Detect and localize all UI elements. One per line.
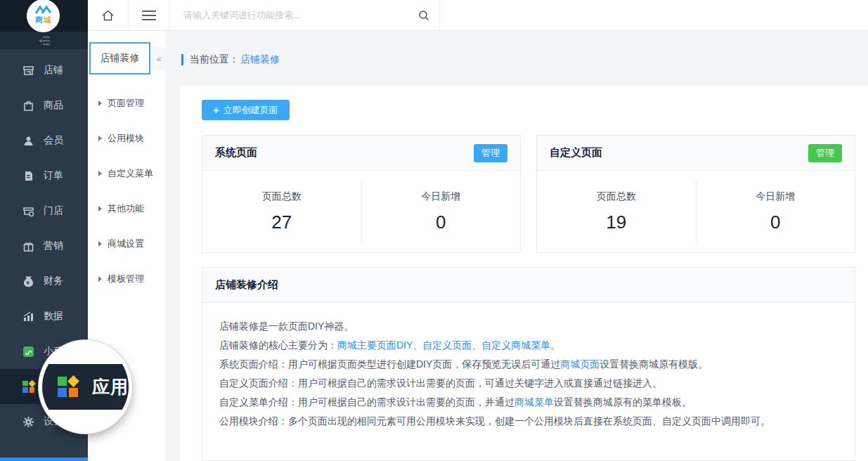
double-chevron-left-icon: « bbox=[156, 53, 161, 64]
function-search bbox=[169, 0, 439, 30]
create-page-button[interactable]: + 立即创建页面 bbox=[202, 100, 290, 120]
settings-icon bbox=[22, 416, 34, 428]
intro-line: 系统页面介绍：用户可根据页面类型进行创建DIY页面，保存预览无误后可通过商城页面… bbox=[219, 357, 838, 371]
submenu-item-mall-settings[interactable]: 商城设置 bbox=[88, 226, 165, 261]
intro-line: 店铺装修的核心主要分为：商城主要页面DIY、自定义页面、自定义商城菜单。 bbox=[219, 338, 838, 352]
magnifier-overlay: 应用 bbox=[39, 340, 132, 434]
svg-text:商: 商 bbox=[34, 15, 43, 24]
sidebar-item-data[interactable]: 数据 bbox=[0, 299, 88, 334]
module-tab-shop-decoration[interactable]: 店铺装修 bbox=[89, 42, 150, 74]
search-input[interactable] bbox=[183, 10, 418, 20]
stat-total-pages: 页面总数 19 bbox=[537, 190, 696, 233]
home-icon bbox=[101, 9, 115, 22]
intro-line: 公用模块介绍：多个页面出现的相同元素可用公用模块来实现，创建一个公用模块后直接在… bbox=[219, 414, 838, 428]
submenu-item-other-functions[interactable]: 其他功能 bbox=[88, 191, 165, 226]
apps-icon bbox=[22, 381, 34, 393]
intro-link[interactable]: 商城页面 bbox=[560, 358, 600, 370]
submenu-fold-button[interactable]: « bbox=[152, 47, 166, 70]
apps-icon bbox=[58, 377, 78, 397]
finance-icon: ¥ bbox=[22, 275, 34, 287]
intro-title: 店铺装修介绍 bbox=[215, 278, 278, 292]
stat-total-pages: 页面总数 27 bbox=[202, 190, 361, 233]
caret-right-icon bbox=[98, 241, 102, 247]
custom-pages-card: 自定义页面 管理 页面总数 19 今日新增 0 bbox=[536, 135, 855, 253]
svg-text:¥: ¥ bbox=[27, 280, 30, 286]
order-icon bbox=[22, 170, 34, 182]
main-area: 当前位置： 店铺装修 + 立即创建页面 系统页面 管理 页面总数 27 今日新增… bbox=[165, 31, 868, 461]
logo-block: 商 城 bbox=[0, 0, 88, 32]
submenu-item-page-management[interactable]: 页面管理 bbox=[88, 86, 165, 121]
decoration-intro-card: 店铺装修介绍 店铺装修是一款页面DIY神器。店铺装修的核心主要分为：商城主要页面… bbox=[202, 267, 855, 461]
store-icon bbox=[22, 65, 34, 77]
manage-button[interactable]: 管理 bbox=[808, 144, 842, 162]
card-title: 系统页面 bbox=[215, 146, 257, 160]
card-title: 自定义页面 bbox=[550, 146, 602, 160]
shop-icon bbox=[22, 205, 34, 217]
submenu: 页面管理 公用模块 自定义菜单 其他功能 商城设置 模板管理 bbox=[88, 86, 165, 297]
miniprogram-icon bbox=[22, 346, 34, 358]
breadcrumb-current-link[interactable]: 店铺装修 bbox=[240, 53, 280, 66]
caret-right-icon bbox=[98, 136, 102, 141]
member-icon bbox=[22, 135, 34, 147]
magnified-apps-item: 应用 bbox=[42, 364, 129, 410]
manage-button[interactable]: 管理 bbox=[474, 144, 507, 162]
caret-right-icon bbox=[98, 171, 102, 176]
goods-icon bbox=[22, 100, 34, 112]
stat-new-today: 今日新增 0 bbox=[362, 190, 521, 233]
hamburger-icon bbox=[142, 11, 156, 20]
intro-body: 店铺装修是一款页面DIY神器。店铺装修的核心主要分为：商城主要页面DIY、自定义… bbox=[202, 303, 855, 449]
submenu-item-common-modules[interactable]: 公用模块 bbox=[88, 121, 165, 156]
home-button[interactable] bbox=[88, 0, 128, 30]
header-spacer bbox=[440, 0, 868, 30]
app-logo: 商 城 bbox=[27, 0, 60, 32]
intro-line: 店铺装修是一款页面DIY神器。 bbox=[219, 319, 838, 333]
menu-fold-icon bbox=[38, 36, 51, 46]
sidebar-item-order[interactable]: 订单 bbox=[0, 158, 88, 193]
system-pages-card: 系统页面 管理 页面总数 27 今日新增 0 bbox=[202, 135, 521, 253]
sidebar-item-store[interactable]: 店铺 bbox=[0, 53, 88, 88]
svg-text:城: 城 bbox=[43, 15, 51, 24]
menu-toggle-button[interactable] bbox=[129, 0, 169, 30]
caret-right-icon bbox=[98, 206, 102, 212]
marketing-icon bbox=[22, 240, 34, 252]
breadcrumb: 当前位置： 店铺装修 bbox=[181, 53, 280, 66]
sidebar-item-goods[interactable]: 商品 bbox=[0, 88, 88, 123]
sidebar-collapse-toggle[interactable] bbox=[0, 32, 88, 49]
mall-logo-icon: 商 城 bbox=[32, 4, 56, 28]
data-icon bbox=[22, 311, 34, 323]
intro-line: 自定义页面介绍：用户可根据自己的需求设计出需要的页面，可通过关键字进入或直接通过… bbox=[219, 376, 838, 390]
breadcrumb-accent-bar bbox=[181, 54, 183, 65]
caret-right-icon bbox=[98, 276, 102, 282]
content-panel: + 立即创建页面 系统页面 管理 页面总数 27 今日新增 0 bbox=[180, 86, 868, 461]
submenu-item-custom-menu[interactable]: 自定义菜单 bbox=[88, 156, 165, 191]
search-icon[interactable] bbox=[418, 10, 429, 21]
sidebar-item-finance[interactable]: ¥ 财务 bbox=[0, 264, 88, 299]
sidebar-item-member[interactable]: 会员 bbox=[0, 123, 88, 158]
sidebar-bottom-accent bbox=[0, 457, 88, 461]
sidebar-item-shop[interactable]: 门店 bbox=[0, 193, 88, 228]
intro-line: 自定义菜单介绍：用户可根据自己的需求设计出需要的页面，并通过商城菜单设置替换商城… bbox=[219, 395, 838, 409]
submenu-item-template-management[interactable]: 模板管理 bbox=[88, 261, 165, 297]
stat-new-today: 今日新增 0 bbox=[697, 190, 855, 233]
intro-link[interactable]: 商城主要页面DIY、自定义页面、自定义商城菜单。 bbox=[337, 339, 560, 351]
top-header bbox=[88, 0, 868, 31]
intro-link[interactable]: 商城菜单 bbox=[514, 396, 554, 408]
plus-icon: + bbox=[213, 104, 219, 116]
sidebar-item-marketing[interactable]: 营销 bbox=[0, 228, 88, 264]
caret-right-icon bbox=[98, 100, 102, 106]
